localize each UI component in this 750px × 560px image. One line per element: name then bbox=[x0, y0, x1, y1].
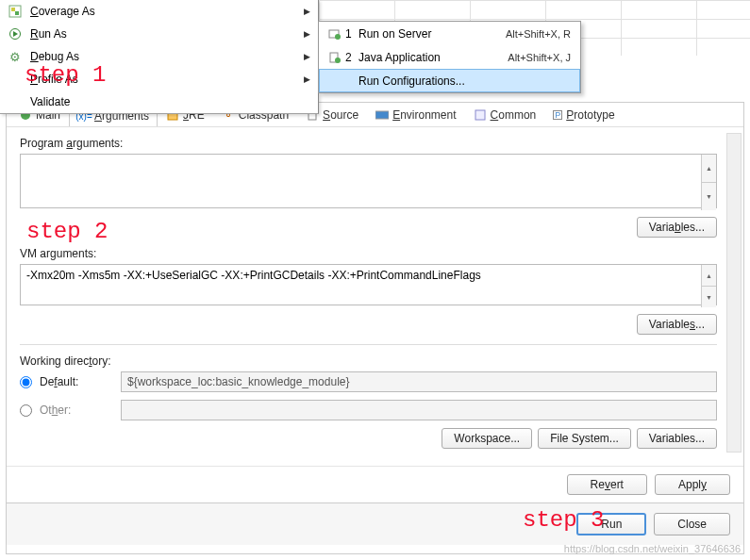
svg-rect-2 bbox=[15, 11, 19, 15]
revert-button[interactable]: Revert bbox=[567, 474, 647, 495]
annotation-step-1: step 1 bbox=[25, 62, 106, 88]
button-label: Apply bbox=[678, 478, 707, 491]
tab-common[interactable]: Common bbox=[465, 104, 545, 125]
prototype-icon: P bbox=[553, 110, 562, 120]
tab-prototype[interactable]: PPrototype bbox=[544, 104, 623, 125]
vm-args-variables-button[interactable]: Variables... bbox=[637, 314, 717, 335]
working-directory-section: Working directory: Default: Other: Works… bbox=[20, 344, 717, 449]
program-arguments-input[interactable] bbox=[20, 154, 717, 208]
tab-label: Common bbox=[491, 108, 537, 122]
ctx-item-label: Coverage As bbox=[25, 5, 304, 18]
submenu-item-label: Run on Server bbox=[358, 27, 506, 41]
dialog-footer-run: Run Close bbox=[7, 502, 743, 545]
run-configurations-dialog: Main (x)=Arguments JRE ⚬Classpath Source… bbox=[6, 102, 744, 554]
other-directory-input[interactable] bbox=[121, 400, 717, 420]
ctx-item-validate[interactable]: Validate bbox=[0, 91, 318, 113]
tab-label: Prototype bbox=[566, 108, 614, 122]
coverage-icon bbox=[6, 5, 25, 18]
close-button[interactable]: Close bbox=[654, 513, 730, 535]
button-label: Revert bbox=[591, 478, 624, 491]
ctx-item-run-as[interactable]: Run As ▶ bbox=[0, 23, 318, 45]
environment-icon bbox=[375, 108, 389, 122]
ctx-item-label: Validate bbox=[25, 95, 314, 108]
default-radio-label: Default: bbox=[40, 375, 115, 388]
svg-rect-1 bbox=[11, 8, 15, 11]
ctx-item-coverage-as[interactable]: Coverage As ▶ bbox=[0, 0, 318, 23]
bug-icon: ⚙ bbox=[6, 50, 25, 64]
java-app-icon bbox=[325, 51, 345, 64]
submenu-item-label: Run Configurations... bbox=[345, 74, 571, 88]
submenu-arrow-icon: ▶ bbox=[304, 29, 314, 39]
pane-scrollbar[interactable] bbox=[726, 133, 742, 453]
wd-variables-button[interactable]: Variables... bbox=[637, 428, 717, 449]
annotation-step-2: step 2 bbox=[26, 219, 108, 244]
file-system-button[interactable]: File System... bbox=[538, 428, 631, 449]
default-directory-input bbox=[121, 371, 717, 392]
server-icon bbox=[325, 27, 345, 41]
button-label: Variables... bbox=[649, 318, 705, 331]
submenu-arrow-icon: ▶ bbox=[304, 74, 314, 84]
other-radio-label: Other: bbox=[40, 404, 115, 417]
common-icon bbox=[474, 108, 487, 122]
button-label: Variables... bbox=[649, 221, 705, 234]
annotation-step-3: step 3 bbox=[523, 507, 604, 533]
submenu-item-shortcut: Alt+Shift+X, R bbox=[506, 28, 571, 40]
submenu-arrow-icon: ▶ bbox=[304, 52, 314, 61]
watermark: https://blog.csdn.net/weixin_37646636 bbox=[564, 543, 741, 554]
other-radio[interactable] bbox=[20, 404, 32, 417]
submenu-item-number: 2 bbox=[345, 51, 358, 64]
submenu-arrow-icon: ▶ bbox=[304, 7, 314, 16]
tab-environment[interactable]: Environment bbox=[367, 104, 464, 125]
default-radio[interactable] bbox=[20, 376, 32, 388]
ctx-item-label: Run As bbox=[25, 27, 304, 41]
apply-button[interactable]: Apply bbox=[655, 474, 730, 495]
vm-arguments-label: VM arguments: bbox=[20, 247, 717, 260]
run-icon bbox=[6, 28, 25, 40]
svg-point-4 bbox=[335, 34, 341, 40]
submenu-item-run-on-server[interactable]: 1 Run on Server Alt+Shift+X, R bbox=[319, 22, 580, 45]
tab-label: Environment bbox=[392, 108, 456, 122]
submenu-item-run-configurations[interactable]: Run Configurations... bbox=[319, 69, 580, 92]
submenu-item-label: Java Application bbox=[358, 51, 508, 64]
program-arguments-label: Program arguments: bbox=[20, 137, 717, 150]
program-args-variables-button[interactable]: Variables... bbox=[637, 217, 717, 238]
submenu-item-shortcut: Alt+Shift+X, J bbox=[508, 52, 571, 63]
dialog-footer-apply: Revert Apply bbox=[7, 466, 743, 502]
textarea-scroll[interactable]: ▲▼ bbox=[701, 265, 716, 307]
context-menu: Coverage As ▶ Run As ▶ ⚙ Debug As ▶ Prof… bbox=[0, 0, 319, 114]
submenu-item-java-application[interactable]: 2 Java Application Alt+Shift+X, J bbox=[319, 45, 580, 69]
textarea-scroll[interactable]: ▲▼ bbox=[701, 155, 716, 210]
working-directory-label: Working directory: bbox=[20, 354, 717, 368]
vm-arguments-input[interactable] bbox=[20, 264, 717, 305]
run-as-submenu: 1 Run on Server Alt+Shift+X, R 2 Java Ap… bbox=[318, 21, 581, 93]
svg-rect-11 bbox=[475, 110, 485, 120]
arguments-pane: Program arguments: ▲▼ Variables... VM ar… bbox=[7, 127, 743, 458]
workspace-button[interactable]: Workspace... bbox=[442, 428, 532, 449]
ctx-item-label: Debug As bbox=[25, 50, 304, 63]
svg-rect-10 bbox=[375, 111, 389, 119]
submenu-item-number: 1 bbox=[345, 27, 358, 41]
tab-label: Source bbox=[323, 108, 358, 122]
svg-point-6 bbox=[335, 58, 341, 63]
